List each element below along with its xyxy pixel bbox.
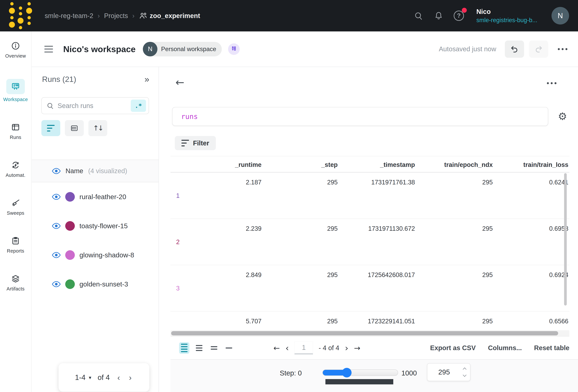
- search-runs-input[interactable]: Search runs .*: [41, 97, 149, 114]
- cell: 295: [262, 179, 338, 186]
- step-min: 0: [298, 369, 302, 377]
- step-value-spinner[interactable]: 295: [427, 363, 470, 381]
- run-list-item[interactable]: glowing-shadow-8: [32, 240, 159, 270]
- run-color-dot: [65, 192, 75, 202]
- sort-runs-button[interactable]: ↑↓: [88, 120, 107, 136]
- sidebar-item-sweeps[interactable]: Sweeps: [7, 198, 24, 216]
- table-row[interactable]: 3 2.849 295 1725642608.017 295 0.6924: [170, 265, 569, 311]
- redo-button[interactable]: [529, 41, 548, 58]
- chevron-up-icon[interactable]: [463, 368, 467, 371]
- next-page-button[interactable]: ›: [128, 373, 133, 382]
- breadcrumb-project[interactable]: zoo_experiment: [139, 11, 200, 20]
- eye-icon[interactable]: [52, 223, 61, 229]
- table-row[interactable]: 2 2.239 295 1731971130.672 295 0.6958: [170, 219, 569, 265]
- user-name: Nico: [476, 8, 537, 15]
- table-row[interactable]: 4 5.707 295 1723229141.051 295 0.6566: [170, 311, 569, 330]
- page-number-input[interactable]: 1: [294, 342, 313, 354]
- notifications-bell-icon[interactable]: [433, 10, 444, 21]
- column-header[interactable]: _step: [262, 161, 338, 168]
- last-page-button[interactable]: →: [354, 344, 361, 352]
- row-height-large-button[interactable]: [209, 342, 219, 354]
- menu-icon[interactable]: [44, 46, 53, 52]
- row-height-controls: [179, 342, 234, 354]
- slider-loaded-bar: [325, 379, 393, 384]
- help-icon[interactable]: ?: [454, 10, 464, 21]
- next-page-button[interactable]: ›: [345, 343, 348, 353]
- chevron-down-icon[interactable]: [463, 373, 467, 377]
- runs-name-header[interactable]: Name (4 visualized): [32, 160, 159, 182]
- runs-table-icon: [11, 122, 20, 132]
- search-icon[interactable]: [413, 10, 424, 21]
- row-height-xlarge-button[interactable]: [224, 342, 234, 354]
- column-header[interactable]: _runtime: [182, 161, 262, 168]
- columns-button[interactable]: Columns...: [488, 344, 522, 352]
- sidebar-item-runs[interactable]: Runs: [10, 122, 21, 140]
- sidebar-item-overview[interactable]: Overview: [5, 41, 26, 59]
- first-page-button[interactable]: ←: [273, 344, 280, 352]
- column-header[interactable]: _timestamp: [338, 161, 415, 168]
- sidebar-item-artifacts[interactable]: Artifacts: [6, 274, 24, 292]
- user-menu[interactable]: Nico smle-registries-bug-b...: [476, 8, 537, 24]
- query-input[interactable]: runs: [172, 107, 548, 126]
- sidebar-item-workspace[interactable]: Workspace: [3, 79, 28, 102]
- name-column-label: Name: [66, 167, 83, 175]
- row-height-medium-button[interactable]: [194, 342, 204, 354]
- reset-table-button[interactable]: Reset table: [534, 344, 569, 352]
- vertical-scrollbar[interactable]: [564, 173, 567, 305]
- wandb-logo[interactable]: [9, 2, 32, 29]
- cell: 295: [262, 271, 338, 279]
- chevron-right-icon: ›: [132, 12, 134, 20]
- run-list-item[interactable]: rural-feather-20: [32, 182, 159, 211]
- query-value: runs: [181, 112, 198, 121]
- sidebar-item-automations[interactable]: Automat.: [6, 160, 25, 178]
- export-csv-button[interactable]: Export as CSV: [430, 344, 476, 352]
- filter-button[interactable]: Filter: [175, 136, 216, 150]
- filter-runs-button[interactable]: [41, 120, 60, 136]
- cell: 2.187: [182, 179, 262, 186]
- horizontal-scrollbar-track[interactable]: [170, 330, 569, 336]
- filter-icon: [181, 140, 189, 146]
- customize-panels-button[interactable]: [228, 43, 240, 55]
- sidebar-item-reports[interactable]: Reports: [7, 236, 24, 254]
- collapse-panel-icon[interactable]: »: [144, 75, 149, 84]
- regex-toggle-button[interactable]: .*: [131, 100, 146, 112]
- prev-page-button[interactable]: ‹: [116, 373, 121, 382]
- column-header[interactable]: train/train_loss: [493, 161, 568, 168]
- cell: 0.6958: [493, 225, 568, 232]
- row-height-small-button[interactable]: [179, 342, 189, 354]
- avatar[interactable]: N: [552, 7, 569, 24]
- eye-icon[interactable]: [52, 252, 61, 258]
- run-list-item[interactable]: golden-sunset-3: [32, 270, 159, 299]
- eye-icon[interactable]: [52, 168, 61, 174]
- row-height-large-icon: [211, 346, 217, 350]
- horizontal-scrollbar-thumb[interactable]: [171, 331, 558, 335]
- user-team-link[interactable]: smle-registries-bug-b...: [476, 17, 537, 24]
- slider-handle[interactable]: [342, 368, 352, 377]
- gear-icon[interactable]: ⚙: [558, 111, 567, 122]
- table-row[interactable]: 1 2.187 295 1731971761.38 295 0.6241: [170, 173, 569, 219]
- column-header[interactable]: train/epoch_ndx: [415, 161, 493, 168]
- eye-icon[interactable]: [52, 194, 61, 200]
- run-details-button[interactable]: [65, 120, 84, 136]
- left-rail: Overview Workspace Runs Automat. Sweeps …: [0, 31, 31, 392]
- autosave-status: Autosaved just now: [439, 45, 496, 53]
- cell: 2.239: [182, 225, 262, 232]
- workspace-badge[interactable]: N Personal workspace: [143, 42, 222, 56]
- step-slider[interactable]: [322, 370, 398, 376]
- step-max: 1000: [401, 369, 417, 377]
- run-list-item[interactable]: toasty-flower-15: [32, 211, 159, 240]
- panel-options-icon[interactable]: [547, 82, 556, 84]
- eye-icon[interactable]: [52, 281, 61, 287]
- spinner-arrows[interactable]: [461, 368, 470, 376]
- prev-page-button[interactable]: ‹: [286, 343, 289, 353]
- pencil-ruler-icon: [230, 45, 238, 53]
- breadcrumb-team[interactable]: smle-reg-team-2: [45, 12, 93, 20]
- breadcrumb-projects[interactable]: Projects: [104, 12, 128, 20]
- page-range-dropdown[interactable]: 1-4: [75, 373, 86, 382]
- back-button[interactable]: ←: [175, 76, 184, 88]
- undo-button[interactable]: [505, 41, 524, 58]
- more-options-icon[interactable]: [558, 48, 567, 50]
- row-height-small-icon: [181, 344, 188, 352]
- cell: 1731971761.38: [338, 179, 415, 186]
- breadcrumb-project-label: zoo_experiment: [150, 12, 200, 20]
